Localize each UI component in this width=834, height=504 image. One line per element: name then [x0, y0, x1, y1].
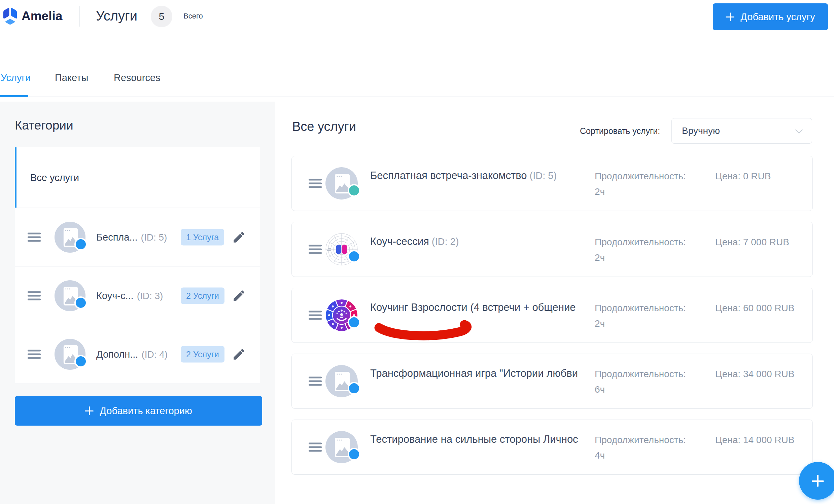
tab-packages[interactable]: Пакеты — [55, 72, 88, 84]
category-count-badge: 2 Услуги — [181, 346, 224, 362]
category-name: Беспла...(ID: 5) — [96, 231, 167, 243]
drag-handle-icon[interactable] — [309, 243, 322, 256]
drag-handle-icon[interactable] — [28, 230, 41, 244]
category-avatar — [54, 280, 86, 312]
category-all-services[interactable]: Все услуги — [15, 147, 260, 208]
edit-pencil-icon[interactable] — [232, 230, 246, 244]
add-service-label: Добавить услугу — [741, 12, 815, 23]
plus-icon — [85, 407, 93, 415]
status-dot — [348, 382, 360, 395]
service-price: Цена: 0 RUB — [715, 171, 771, 182]
tab-services[interactable]: Услуги — [1, 72, 30, 84]
service-title: Трансформационная игра "Истории любви — [370, 367, 591, 380]
category-count-badge: 1 Услуга — [181, 229, 224, 245]
duration-value: 2ч — [595, 186, 605, 197]
duration-value: 2ч — [595, 318, 605, 329]
category-avatar — [54, 221, 86, 253]
page-title: Услуги — [96, 0, 137, 32]
service-price: Цена: 7 000 RUB — [715, 237, 789, 248]
duration-value: 4ч — [595, 450, 605, 461]
drag-handle-icon[interactable] — [28, 347, 41, 361]
tab-bar: Услуги Пакеты Resources — [0, 32, 834, 97]
category-row[interactable]: Дополн...(ID: 4) 2 Услуги — [15, 325, 260, 383]
drag-handle-icon[interactable] — [28, 289, 41, 302]
amelia-services-page: Amelia Услуги 5 Всего Добавить услугу Ус… — [0, 0, 834, 504]
services-list-title: Все услуги — [292, 119, 356, 134]
drag-handle-icon[interactable] — [309, 309, 322, 322]
status-dot — [348, 184, 360, 197]
service-card[interactable]: Бесплатная встреча-знакомство(ID: 5) Про… — [291, 156, 813, 211]
status-dot — [348, 250, 360, 263]
service-card[interactable]: Коуч-сессия(ID: 2) Продолжительность: 2ч… — [291, 222, 813, 277]
service-avatar — [325, 166, 358, 200]
service-price: Цена: 60 000 RUB — [715, 303, 794, 314]
categories-list: Все услуги Беспла...(ID: 5) 1 — [15, 147, 260, 383]
service-card[interactable]: Коучинг Взрослости (4 встречи + общение … — [291, 288, 813, 343]
drag-handle-icon[interactable] — [309, 441, 322, 454]
status-dot — [74, 238, 87, 251]
service-title: Тестирование на сильные стороны Личнос — [370, 433, 591, 445]
category-name: Дополн...(ID: 4) — [96, 348, 168, 360]
status-dot — [74, 296, 87, 309]
category-id: (ID: 4) — [141, 349, 168, 359]
edit-pencil-icon[interactable] — [232, 289, 246, 303]
drag-handle-icon[interactable] — [309, 177, 322, 190]
category-id: (ID: 5) — [141, 232, 167, 242]
service-price: Цена: 14 000 RUB — [715, 435, 794, 445]
status-dot — [74, 355, 87, 368]
brand-name: Amelia — [22, 0, 62, 32]
duration-label: Продолжительность: — [595, 369, 686, 380]
status-dot — [348, 448, 360, 461]
active-tab-underline — [0, 95, 28, 97]
amelia-logo-icon — [3, 7, 18, 26]
app-header: Amelia Услуги 5 Всего Добавить услугу — [0, 0, 834, 32]
service-id: (ID: 2) — [432, 236, 459, 247]
floating-add-button[interactable] — [799, 462, 834, 500]
service-card[interactable]: Тестирование на сильные стороны Личнос П… — [291, 419, 813, 475]
category-name: Коуч-с...(ID: 3) — [96, 290, 163, 301]
duration-label: Продолжительность: — [595, 303, 686, 314]
sort-services-label: Сортировать услуги: — [580, 126, 660, 136]
tab-resources[interactable]: Resources — [114, 72, 160, 84]
service-avatar — [325, 298, 358, 332]
sort-services-dropdown[interactable]: Вручную — [672, 118, 812, 144]
chevron-down-icon — [795, 126, 803, 134]
sort-selected-value: Вручную — [682, 125, 720, 136]
services-count-badge: 5 — [151, 6, 172, 27]
service-id: (ID: 5) — [530, 170, 557, 181]
service-price: Цена: 34 000 RUB — [715, 369, 794, 380]
category-id: (ID: 3) — [137, 290, 163, 301]
service-title: Коучинг Взрослости (4 встречи + общение — [370, 301, 591, 314]
duration-label: Продолжительность: — [595, 171, 686, 182]
category-row[interactable]: Коуч-с...(ID: 3) 2 Услуги — [15, 266, 260, 325]
service-avatar — [325, 364, 358, 398]
header-divider — [80, 6, 80, 27]
service-title: Коуч-сессия(ID: 2) — [370, 235, 591, 248]
categories-title: Категории — [15, 118, 73, 133]
service-avatar — [325, 232, 358, 266]
duration-label: Продолжительность: — [595, 237, 686, 248]
drag-handle-icon[interactable] — [309, 375, 322, 388]
category-row[interactable]: Беспла...(ID: 5) 1 Услуга — [15, 208, 260, 266]
add-service-button[interactable]: Добавить услугу — [713, 3, 828, 30]
plus-icon — [726, 13, 734, 21]
category-avatar — [54, 338, 86, 370]
duration-value: 2ч — [595, 252, 605, 263]
service-avatar — [325, 430, 358, 464]
service-card[interactable]: Трансформационная игра "Истории любви Пр… — [291, 353, 813, 409]
add-category-label: Добавить категорию — [100, 406, 192, 416]
services-count-label: Всего — [183, 0, 203, 32]
service-title: Бесплатная встреча-знакомство(ID: 5) — [370, 169, 591, 182]
active-category-bar — [15, 147, 17, 208]
categories-panel: Категории Все услуги — [0, 101, 275, 504]
duration-value: 6ч — [595, 384, 605, 395]
plus-icon — [812, 475, 824, 487]
status-dot — [348, 316, 360, 329]
duration-label: Продолжительность: — [595, 435, 686, 445]
edit-pencil-icon[interactable] — [232, 347, 246, 361]
add-category-button[interactable]: Добавить категорию — [15, 396, 262, 426]
category-all-services-label: Все услуги — [30, 172, 79, 183]
category-count-badge: 2 Услуги — [181, 287, 224, 304]
